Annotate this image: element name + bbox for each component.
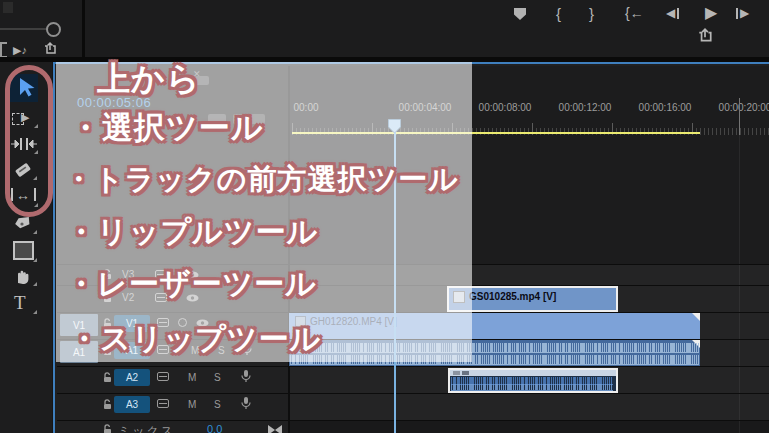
annotation-line-1: 上から [97, 57, 201, 102]
row-separator [57, 366, 769, 367]
ruler-label: 00:00:16:00 [639, 102, 692, 113]
row-separator [57, 393, 769, 394]
solo-toggle[interactable]: S [214, 373, 221, 383]
premiere-pro-window: ▶♪ { } {← ◀ ▶ ▶ [0, 0, 769, 433]
note-icon: ♪ [21, 44, 27, 56]
flyout-indicator [33, 282, 37, 286]
ruler-label: 00:00:08:00 [479, 102, 532, 113]
clip-label: GS010285.mp4 [V] [469, 291, 556, 302]
pen-tool[interactable] [13, 214, 35, 234]
annotation-line-6: ・スリップツール [69, 319, 321, 360]
annotation-line-2: ・選択ツール [70, 107, 263, 149]
flyout-indicator [33, 310, 37, 314]
step-back-icon: ◀ [666, 7, 675, 19]
collapse-bowtie-icon[interactable] [268, 425, 282, 433]
flyout-indicator [33, 258, 37, 262]
step-back-button[interactable]: ◀ [666, 7, 679, 19]
rectangle-tool[interactable] [13, 241, 35, 261]
track-lock-toggle[interactable] [103, 424, 112, 433]
ruler-label: 00:00:20:00 [719, 102, 769, 113]
sequence-end-marker [739, 98, 740, 135]
step-forward-bar [736, 8, 738, 19]
audio-clip-header [450, 370, 616, 376]
zoom-scrollbar[interactable] [0, 28, 47, 30]
flyout-indicator [33, 230, 37, 234]
bowtie-right-triangle [275, 425, 282, 433]
type-icon: T [14, 292, 26, 313]
clip-end-fold [692, 313, 700, 321]
track-lock-toggle[interactable] [103, 372, 112, 383]
bowtie-left-triangle [268, 425, 275, 433]
voiceover-record-toggle[interactable] [241, 397, 251, 410]
annotation-line-5: ・レーザーツール [66, 264, 317, 305]
mix-track-label: ミックス [118, 423, 175, 433]
solo-toggle[interactable]: S [214, 400, 221, 410]
mute-toggle[interactable]: M [188, 373, 196, 383]
type-tool[interactable]: T [14, 293, 36, 315]
partial-button-icon[interactable] [0, 42, 7, 58]
annotation-line-4: ・リップルツール [66, 212, 318, 253]
mini-badge [453, 371, 460, 375]
mute-toggle[interactable]: M [188, 400, 196, 410]
clip-gs010285-audio[interactable] [448, 368, 618, 393]
voiceover-record-toggle[interactable] [241, 370, 251, 383]
zoom-scrollbar-handle[interactable] [46, 22, 61, 37]
mix-volume-value[interactable]: 0.0 [207, 423, 222, 433]
hand-tool[interactable] [13, 267, 35, 287]
tools-highlight-circle [5, 65, 53, 217]
row-separator [57, 420, 769, 421]
hand-icon [13, 267, 33, 285]
track-lock-toggle[interactable] [103, 399, 112, 410]
step-forward-button[interactable]: ▶ [736, 7, 749, 19]
program-monitor-transport: { } {← ◀ ▶ ▶ [85, 0, 769, 57]
add-marker-button[interactable] [514, 8, 526, 20]
mini-badge [462, 371, 469, 375]
ruler-label: 00:00:12:00 [559, 102, 612, 113]
play-button[interactable]: ▶ [705, 5, 717, 21]
export-frame-icon [697, 27, 713, 43]
step-forward-icon: ▶ [740, 7, 749, 19]
goto-in-button[interactable]: {← [625, 6, 644, 20]
annotation-line-3: ・トラックの前方選択ツール [64, 160, 459, 200]
panel-corner-thumb [3, 2, 13, 13]
source-monitor-bottom: ▶♪ [0, 0, 82, 57]
clip-gs010285-video[interactable]: GS010285.mp4 [V] [447, 286, 618, 312]
step-back-bar [677, 8, 679, 19]
track-target-a3[interactable]: A3 [114, 396, 150, 413]
sequence-end-line [739, 135, 740, 433]
sync-lock-toggle[interactable] [157, 372, 169, 381]
rectangle-icon [13, 241, 34, 260]
sync-lock-toggle[interactable] [157, 399, 169, 408]
mix-content-bg [290, 421, 769, 433]
mark-in-button[interactable]: { [556, 6, 561, 21]
pen-icon [13, 214, 33, 234]
play-audio-button[interactable]: ▶♪ [13, 43, 27, 56]
export-frame-button-program[interactable] [697, 27, 713, 47]
export-frame-icon [43, 41, 57, 55]
track-target-a2[interactable]: A2 [114, 369, 150, 386]
goto-in-arrow-icon: ← [630, 5, 644, 21]
mark-out-button[interactable]: } [589, 6, 594, 21]
waveform-band [451, 384, 613, 391]
